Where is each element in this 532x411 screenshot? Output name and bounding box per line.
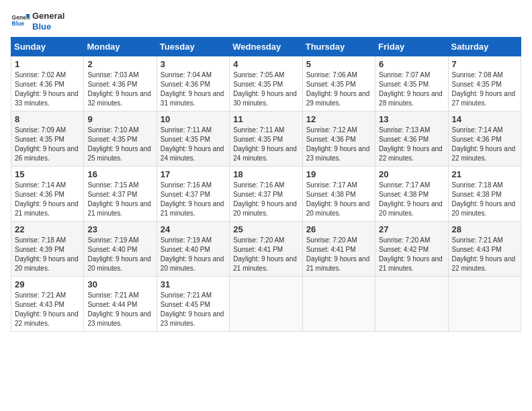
day-number: 6 [379,59,444,69]
day-number: 15 [15,169,80,179]
day-number: 29 [15,279,80,289]
day-info: Sunrise: 7:02 AM Sunset: 4:36 PM Dayligh… [15,71,80,108]
calendar-table: SundayMondayTuesdayWednesdayThursdayFrid… [11,37,521,332]
weekday-header-friday: Friday [375,38,448,56]
day-number: 20 [379,169,444,179]
day-number: 16 [87,169,152,179]
day-number: 22 [15,224,80,234]
logo-text-line2: Blue [32,21,64,32]
day-info: Sunrise: 7:12 AM Sunset: 4:36 PM Dayligh… [306,126,371,163]
logo: General Blue General Blue [11,11,64,32]
day-info: Sunrise: 7:20 AM Sunset: 4:42 PM Dayligh… [379,236,444,273]
day-number: 5 [306,59,371,69]
calendar-day-cell: 13 Sunrise: 7:13 AM Sunset: 4:36 PM Dayl… [375,111,448,167]
calendar-day-cell: 3 Sunrise: 7:04 AM Sunset: 4:36 PM Dayli… [157,56,229,111]
weekday-header-tuesday: Tuesday [157,38,229,56]
day-info: Sunrise: 7:18 AM Sunset: 4:38 PM Dayligh… [452,181,517,218]
calendar-header-row: SundayMondayTuesdayWednesdayThursdayFrid… [11,38,521,56]
calendar-week-3: 15 Sunrise: 7:14 AM Sunset: 4:36 PM Dayl… [11,167,521,222]
calendar-day-cell: 16 Sunrise: 7:15 AM Sunset: 4:37 PM Dayl… [84,167,157,222]
weekday-header-sunday: Sunday [11,38,84,56]
day-info: Sunrise: 7:19 AM Sunset: 4:40 PM Dayligh… [87,236,152,273]
day-info: Sunrise: 7:18 AM Sunset: 4:39 PM Dayligh… [15,236,80,273]
calendar-day-cell: 14 Sunrise: 7:14 AM Sunset: 4:36 PM Dayl… [448,111,521,167]
calendar-day-cell [302,277,375,332]
day-info: Sunrise: 7:15 AM Sunset: 4:37 PM Dayligh… [87,181,152,218]
day-info: Sunrise: 7:20 AM Sunset: 4:41 PM Dayligh… [233,236,298,273]
calendar-day-cell: 24 Sunrise: 7:19 AM Sunset: 4:40 PM Dayl… [157,222,229,277]
calendar-day-cell: 20 Sunrise: 7:17 AM Sunset: 4:38 PM Dayl… [375,167,448,222]
calendar-day-cell: 22 Sunrise: 7:18 AM Sunset: 4:39 PM Dayl… [11,222,84,277]
calendar-day-cell: 6 Sunrise: 7:07 AM Sunset: 4:35 PM Dayli… [375,56,448,111]
calendar-day-cell: 2 Sunrise: 7:03 AM Sunset: 4:36 PM Dayli… [84,56,157,111]
day-number: 27 [379,224,444,234]
logo-text-line1: General [32,11,64,21]
calendar-day-cell: 12 Sunrise: 7:12 AM Sunset: 4:36 PM Dayl… [302,111,375,167]
svg-text:Blue: Blue [12,20,25,27]
calendar-day-cell [375,277,448,332]
calendar-body: 1 Sunrise: 7:02 AM Sunset: 4:36 PM Dayli… [11,56,521,332]
day-info: Sunrise: 7:21 AM Sunset: 4:43 PM Dayligh… [15,291,80,328]
calendar-day-cell: 4 Sunrise: 7:05 AM Sunset: 4:35 PM Dayli… [230,56,302,111]
day-info: Sunrise: 7:11 AM Sunset: 4:35 PM Dayligh… [161,126,226,163]
calendar-day-cell: 31 Sunrise: 7:21 AM Sunset: 4:45 PM Dayl… [157,277,229,332]
calendar-day-cell: 30 Sunrise: 7:21 AM Sunset: 4:44 PM Dayl… [84,277,157,332]
day-info: Sunrise: 7:11 AM Sunset: 4:35 PM Dayligh… [233,126,298,163]
day-info: Sunrise: 7:19 AM Sunset: 4:40 PM Dayligh… [161,236,226,273]
day-info: Sunrise: 7:21 AM Sunset: 4:44 PM Dayligh… [87,291,152,328]
calendar-day-cell: 28 Sunrise: 7:21 AM Sunset: 4:43 PM Dayl… [448,222,521,277]
calendar-day-cell: 5 Sunrise: 7:06 AM Sunset: 4:35 PM Dayli… [302,56,375,111]
day-number: 17 [161,169,226,179]
calendar-day-cell: 9 Sunrise: 7:10 AM Sunset: 4:35 PM Dayli… [84,111,157,167]
day-info: Sunrise: 7:05 AM Sunset: 4:35 PM Dayligh… [233,71,298,108]
day-info: Sunrise: 7:21 AM Sunset: 4:43 PM Dayligh… [452,236,517,273]
calendar-day-cell: 11 Sunrise: 7:11 AM Sunset: 4:35 PM Dayl… [230,111,302,167]
day-number: 28 [452,224,517,234]
day-number: 18 [233,169,298,179]
day-info: Sunrise: 7:10 AM Sunset: 4:35 PM Dayligh… [87,126,152,163]
day-number: 14 [452,114,517,124]
day-info: Sunrise: 7:08 AM Sunset: 4:35 PM Dayligh… [452,71,517,108]
day-info: Sunrise: 7:09 AM Sunset: 4:35 PM Dayligh… [15,126,80,163]
day-number: 13 [379,114,444,124]
day-info: Sunrise: 7:14 AM Sunset: 4:36 PM Dayligh… [452,126,517,163]
day-number: 30 [87,279,152,289]
day-number: 21 [452,169,517,179]
day-number: 11 [233,114,298,124]
calendar-day-cell: 18 Sunrise: 7:16 AM Sunset: 4:37 PM Dayl… [230,167,302,222]
day-number: 24 [161,224,226,234]
day-info: Sunrise: 7:16 AM Sunset: 4:37 PM Dayligh… [233,181,298,218]
day-info: Sunrise: 7:17 AM Sunset: 4:38 PM Dayligh… [379,181,444,218]
logo-icon: General Blue [11,12,30,31]
day-number: 23 [87,224,152,234]
day-number: 31 [161,279,226,289]
day-info: Sunrise: 7:13 AM Sunset: 4:36 PM Dayligh… [379,126,444,163]
calendar-day-cell: 26 Sunrise: 7:20 AM Sunset: 4:41 PM Dayl… [302,222,375,277]
day-number: 7 [452,59,517,69]
day-info: Sunrise: 7:03 AM Sunset: 4:36 PM Dayligh… [87,71,152,108]
calendar-day-cell: 15 Sunrise: 7:14 AM Sunset: 4:36 PM Dayl… [11,167,84,222]
calendar-day-cell [448,277,521,332]
weekday-header-monday: Monday [84,38,157,56]
day-number: 19 [306,169,371,179]
calendar-day-cell: 23 Sunrise: 7:19 AM Sunset: 4:40 PM Dayl… [84,222,157,277]
calendar-week-4: 22 Sunrise: 7:18 AM Sunset: 4:39 PM Dayl… [11,222,521,277]
calendar-day-cell: 27 Sunrise: 7:20 AM Sunset: 4:42 PM Dayl… [375,222,448,277]
page-header: General Blue General Blue [11,11,521,32]
weekday-header-thursday: Thursday [302,38,375,56]
day-number: 3 [161,59,226,69]
day-info: Sunrise: 7:17 AM Sunset: 4:38 PM Dayligh… [306,181,371,218]
calendar-week-5: 29 Sunrise: 7:21 AM Sunset: 4:43 PM Dayl… [11,277,521,332]
calendar-day-cell: 29 Sunrise: 7:21 AM Sunset: 4:43 PM Dayl… [11,277,84,332]
calendar-day-cell: 1 Sunrise: 7:02 AM Sunset: 4:36 PM Dayli… [11,56,84,111]
day-number: 4 [233,59,298,69]
day-info: Sunrise: 7:04 AM Sunset: 4:36 PM Dayligh… [161,71,226,108]
day-info: Sunrise: 7:21 AM Sunset: 4:45 PM Dayligh… [161,291,226,328]
calendar-day-cell [230,277,302,332]
weekday-header-saturday: Saturday [448,38,521,56]
calendar-day-cell: 7 Sunrise: 7:08 AM Sunset: 4:35 PM Dayli… [448,56,521,111]
day-info: Sunrise: 7:16 AM Sunset: 4:37 PM Dayligh… [161,181,226,218]
calendar-day-cell: 8 Sunrise: 7:09 AM Sunset: 4:35 PM Dayli… [11,111,84,167]
day-number: 8 [15,114,80,124]
day-info: Sunrise: 7:07 AM Sunset: 4:35 PM Dayligh… [379,71,444,108]
